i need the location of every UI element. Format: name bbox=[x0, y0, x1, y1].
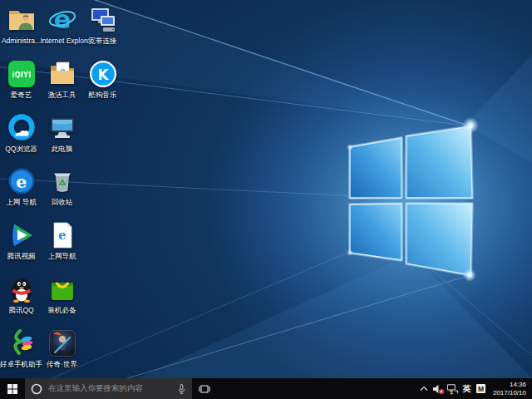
clock-date: 2017/10/10 bbox=[493, 389, 526, 397]
ime-mode-button[interactable]: M bbox=[474, 378, 488, 399]
desktop-icon-qq-browser[interactable]: QQ浏览器 bbox=[2, 113, 41, 165]
desktop-icon-label: QQ浏览器 bbox=[5, 145, 37, 153]
internet-explorer-icon: e bbox=[47, 5, 77, 35]
tencent-qq-icon bbox=[7, 274, 37, 304]
qq-browser-icon bbox=[7, 113, 37, 143]
desktop-icon-zhuangji-bibei[interactable]: 装机必备 bbox=[42, 274, 81, 326]
desktop-icon-label: 回收站 bbox=[52, 198, 73, 206]
desktop-icon-broadband[interactable]: 宽带连接 bbox=[83, 5, 122, 57]
taskbar-clock[interactable]: 14:36 2017/10/10 bbox=[488, 381, 530, 397]
desktop-icon-label: 宽带连接 bbox=[89, 37, 117, 45]
user-folder-icon bbox=[7, 5, 37, 35]
network-warning-icon[interactable] bbox=[446, 378, 460, 399]
iqiyi-icon: iQIYI bbox=[7, 59, 37, 89]
web-nav-page-icon: e bbox=[47, 220, 77, 250]
ime-mode-icon: M bbox=[476, 384, 485, 393]
ime-language-indicator[interactable]: 英 bbox=[460, 378, 474, 399]
desktop-icon-internet-explorer[interactable]: eInternet Explorer bbox=[42, 5, 81, 57]
desktop-icon-label: 此电脑 bbox=[52, 145, 73, 153]
desktop-icon-label: 好卓手机助手 bbox=[0, 360, 42, 368]
desktop-icon-recycle-bin[interactable]: 回收站 bbox=[42, 166, 81, 218]
desktop-icon-label: 爱奇艺 bbox=[11, 91, 32, 99]
hidden-icons-button[interactable] bbox=[417, 378, 431, 399]
desktop-icon-label: Internet Explorer bbox=[41, 37, 84, 45]
desktop-icon-user-folder[interactable]: Administra... bbox=[2, 5, 41, 57]
microphone-icon[interactable] bbox=[177, 383, 186, 395]
taskbar-search[interactable]: 在这里输入你要搜索的内容 bbox=[25, 378, 192, 399]
desktop-icon-activation-tool[interactable]: e激活工具 bbox=[42, 59, 81, 111]
recycle-bin-icon bbox=[47, 166, 77, 196]
desktop-icon-label: 装机必备 bbox=[48, 306, 76, 314]
desktop-icon-label: 腾讯视频 bbox=[7, 252, 36, 260]
desktop-icon-label: 传奇·世界 bbox=[47, 360, 77, 368]
desktop-icon-label: 酷狗音乐 bbox=[89, 91, 117, 99]
svg-text:e: e bbox=[53, 5, 71, 34]
svg-text:iQIYI: iQIYI bbox=[12, 71, 31, 79]
desktop-icon-tencent-qq[interactable]: 腾讯QQ bbox=[2, 274, 41, 326]
chevron-up-icon bbox=[420, 386, 428, 392]
taskbar-empty-area bbox=[216, 378, 417, 399]
desktop-icon-tencent-video[interactable]: 腾讯视频 bbox=[2, 220, 41, 272]
svg-text:e: e bbox=[16, 171, 27, 192]
desktop-icon-legend-world[interactable]: 传奇·世界 bbox=[42, 328, 81, 378]
search-placeholder: 在这里输入你要搜索的内容 bbox=[48, 383, 143, 394]
svg-text:e: e bbox=[58, 228, 66, 243]
activation-tool-icon: e bbox=[47, 59, 77, 89]
haozhuo-assistant-icon bbox=[7, 328, 37, 358]
windows-logo-icon bbox=[7, 384, 17, 394]
desktop-icon-label: 上网 导航 bbox=[6, 198, 36, 206]
clock-time: 14:36 bbox=[493, 381, 526, 389]
zhuangji-bibei-icon bbox=[47, 274, 77, 304]
desktop-icon-label: 上网导航 bbox=[48, 252, 76, 260]
legend-world-icon bbox=[47, 328, 77, 358]
svg-text:K: K bbox=[97, 66, 109, 82]
taskbar: 在这里输入你要搜索的内容 bbox=[0, 378, 532, 399]
this-pc-icon bbox=[47, 113, 77, 143]
kugou-music-icon: K bbox=[88, 59, 118, 89]
desktop-icon-web-nav-circle[interactable]: e上网 导航 bbox=[2, 166, 41, 218]
task-view-icon bbox=[199, 384, 210, 394]
desktop-icon-web-nav-page[interactable]: e上网导航 bbox=[42, 220, 81, 272]
desktop-icon-label: 腾讯QQ bbox=[8, 306, 33, 314]
desktop-icon-label: Administra... bbox=[2, 37, 41, 45]
desktop-icon-haozhuo-assistant[interactable]: 好卓手机助手 bbox=[2, 328, 41, 378]
tencent-video-icon bbox=[7, 220, 37, 250]
start-button[interactable] bbox=[0, 378, 25, 399]
cortana-icon bbox=[31, 383, 42, 395]
volume-muted-icon[interactable] bbox=[431, 378, 446, 399]
task-view-button[interactable] bbox=[192, 378, 216, 399]
desktop-icon-kugou-music[interactable]: K酷狗音乐 bbox=[83, 59, 122, 111]
desktop-icon-label: 激活工具 bbox=[48, 91, 76, 99]
broadband-icon bbox=[88, 5, 118, 35]
web-nav-circle-icon: e bbox=[7, 166, 37, 196]
desktop: Administra...eInternet Explorer宽带连接iQIYI… bbox=[0, 0, 532, 378]
desktop-icon-iqiyi[interactable]: iQIYI爱奇艺 bbox=[2, 59, 41, 111]
desktop-icon-this-pc[interactable]: 此电脑 bbox=[42, 113, 81, 165]
system-tray: 英 M 14:36 2017/10/10 bbox=[417, 378, 532, 399]
